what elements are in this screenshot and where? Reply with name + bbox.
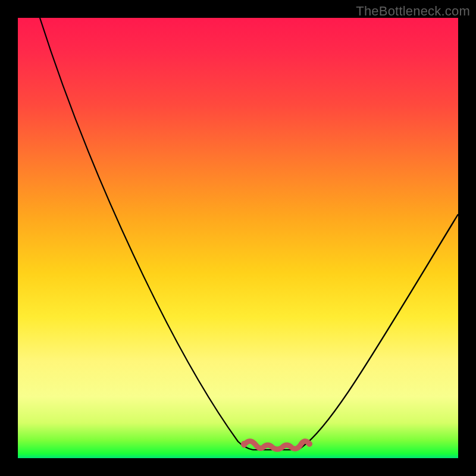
watermark-text: TheBottleneck.com [356, 4, 470, 19]
curve-right [298, 214, 458, 450]
marker-dot-left [241, 441, 247, 447]
chart-frame: TheBottleneck.com [0, 0, 476, 476]
bottleneck-curve-svg [18, 18, 458, 458]
bottom-marker-band [244, 441, 309, 449]
curve-left [40, 18, 253, 450]
marker-dot-right [306, 441, 312, 447]
